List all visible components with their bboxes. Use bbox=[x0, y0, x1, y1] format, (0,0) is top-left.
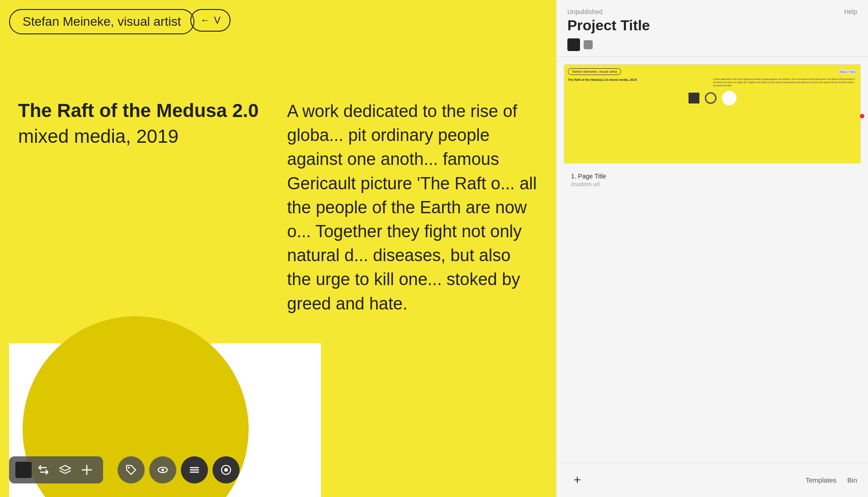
layers-tool[interactable] bbox=[55, 460, 75, 480]
panel-bottom-actions: Templates Bin bbox=[806, 476, 857, 484]
page-list: 1. Page Title /custom url bbox=[564, 164, 861, 197]
tag-icon bbox=[125, 464, 137, 476]
thumb-content: The Raft of the Medusa 2.0 mixed media, … bbox=[568, 78, 857, 87]
panel-bottom: + Templates Bin bbox=[557, 462, 868, 497]
panel-colors bbox=[567, 38, 857, 51]
bottom-right-tools bbox=[118, 456, 240, 483]
menu-tool-button[interactable] bbox=[181, 456, 208, 483]
bottom-toolbar bbox=[9, 456, 103, 483]
add-page-button[interactable]: + bbox=[567, 470, 587, 490]
content-area: The Raft of the Medusa 2.0 mixed media, … bbox=[0, 54, 556, 316]
settings-icon bbox=[220, 464, 232, 476]
thumb-header: Stefan Meineke, visual artist Reset Next bbox=[568, 68, 857, 75]
color-swatch-dark[interactable] bbox=[567, 38, 580, 51]
svg-marker-0 bbox=[60, 465, 71, 471]
site-header: Stefan Meineke, visual artist bbox=[9, 9, 194, 34]
panel-header: Unpublished Help Project Title bbox=[557, 0, 868, 57]
artwork-title: The Raft of the Medusa 2.0 bbox=[18, 99, 269, 122]
settings-tool-button[interactable] bbox=[212, 456, 240, 483]
bin-button[interactable]: Bin bbox=[847, 476, 857, 484]
panel-status-row: Unpublished Help bbox=[567, 8, 857, 15]
thumb-title-pill: Stefan Meineke, visual artist bbox=[568, 68, 621, 75]
hamburger-icon bbox=[188, 464, 201, 476]
artwork-info: The Raft of the Medusa 2.0 mixed media, … bbox=[18, 72, 269, 316]
swap-tool[interactable] bbox=[33, 460, 53, 480]
thumb-square-shape bbox=[689, 93, 699, 103]
view-tool-button[interactable] bbox=[149, 456, 176, 483]
swap-icon bbox=[37, 464, 50, 476]
publish-status: Unpublished bbox=[567, 8, 603, 15]
thumb-reset-btn[interactable]: Reset bbox=[839, 70, 847, 74]
thumb-left-text: The Raft of the Medusa 2.0 mixed media, … bbox=[568, 78, 712, 87]
panel-title[interactable]: Project Title bbox=[567, 17, 857, 34]
thumb-buttons: Reset Next bbox=[839, 70, 857, 74]
back-arrow-icon[interactable]: ← bbox=[200, 14, 210, 26]
thumbnail-wrapper: Stefan Meineke, visual artist Reset Next… bbox=[564, 64, 861, 164]
thumb-circle-white-shape bbox=[722, 91, 736, 105]
thumb-shapes bbox=[568, 91, 857, 105]
top-right-nav: ← V bbox=[190, 9, 231, 32]
thumbnail-inner: Stefan Meineke, visual artist Reset Next… bbox=[564, 65, 860, 163]
user-initial: V bbox=[214, 14, 221, 26]
thumb-circle-outline-shape bbox=[705, 92, 717, 104]
add-tool[interactable] bbox=[77, 460, 97, 480]
red-dot-indicator bbox=[860, 114, 864, 118]
main-canvas: Stefan Meineke, visual artist ← V The Ra… bbox=[0, 0, 556, 497]
layers-icon bbox=[59, 464, 71, 476]
nav-pill[interactable]: ← V bbox=[190, 9, 231, 32]
artwork-meta: mixed media, 2019 bbox=[18, 126, 269, 147]
thumb-next-btn[interactable]: Next bbox=[849, 70, 857, 74]
artwork-description-area: A work dedicated to the rise of globa...… bbox=[287, 72, 538, 316]
svg-point-3 bbox=[128, 467, 130, 469]
page-list-item[interactable]: 1. Page Title /custom url bbox=[571, 169, 854, 191]
tag-tool-button[interactable] bbox=[118, 456, 145, 483]
site-title-pill[interactable]: Stefan Meineke, visual artist bbox=[9, 9, 194, 34]
black-square-tool[interactable] bbox=[15, 462, 32, 478]
page-thumbnail[interactable]: Stefan Meineke, visual artist Reset Next… bbox=[564, 64, 861, 164]
page-list-label: 1. Page Title bbox=[571, 173, 854, 180]
color-swatch-gray[interactable] bbox=[584, 40, 593, 49]
templates-button[interactable]: Templates bbox=[806, 476, 836, 484]
page-list-url: /custom url bbox=[571, 181, 854, 188]
svg-point-5 bbox=[161, 469, 164, 471]
thumbnail-area: Stefan Meineke, visual artist Reset Next… bbox=[557, 57, 868, 462]
eye-icon bbox=[156, 464, 169, 476]
artwork-description: A work dedicated to the rise of globa...… bbox=[287, 72, 538, 316]
right-panel: Unpublished Help Project Title Stefan Me… bbox=[556, 0, 868, 497]
thumb-right-text: A work dedicated to the rise of global p… bbox=[713, 78, 857, 87]
plus-icon bbox=[80, 464, 93, 476]
help-link[interactable]: Help bbox=[844, 8, 857, 15]
svg-point-10 bbox=[224, 468, 228, 472]
